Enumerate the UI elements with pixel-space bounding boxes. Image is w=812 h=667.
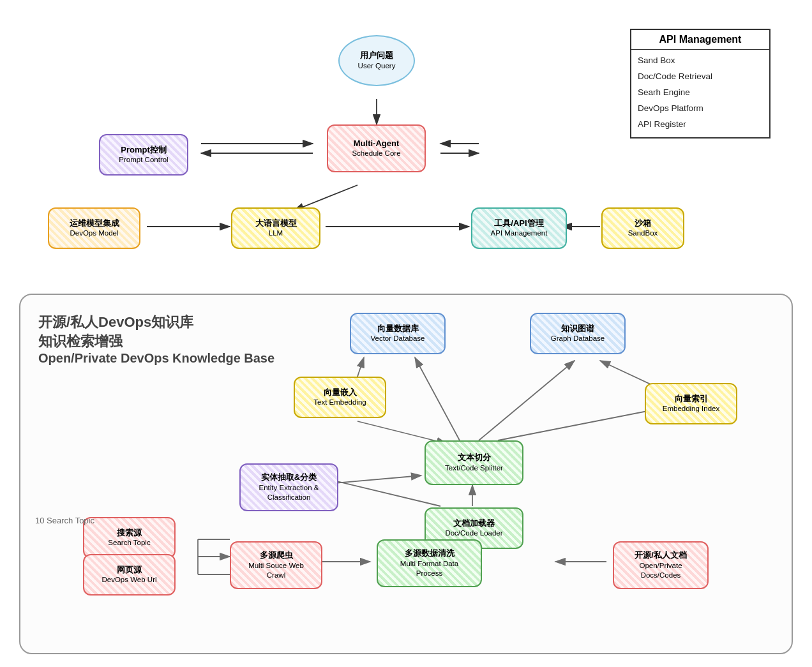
open-private-docs-en: Open/PrivateDocs/Codes: [639, 561, 682, 580]
llm-en: LLM: [269, 229, 283, 238]
kb-cn2: 知识检索增强: [38, 332, 274, 351]
api-mgmt-node-cn: 工具/API管理: [494, 218, 543, 229]
graph-db-node: 知识图谱 Graph Database: [530, 313, 626, 354]
vector-db-node: 向量数据库 Vector Database: [350, 313, 446, 354]
llm-node: 大语言模型 LLM: [231, 207, 320, 249]
multi-agent-node: Multi-Agent Schedule Core: [327, 124, 426, 172]
multi-agent-cn: Multi-Agent: [354, 139, 399, 149]
devops-model-node: 运维模型集成 DevOps Model: [48, 207, 140, 249]
sandbox-node: 沙箱 SandBox: [601, 207, 684, 249]
text-embedding-node: 向量嵌入 Text Embedding: [294, 377, 386, 418]
web-url-node: 网页源 DevOps Web Url: [83, 554, 176, 596]
web-crawl-node: 多源爬虫 Multi Souce WebCrawl: [230, 541, 322, 589]
devops-model-cn: 运维模型集成: [70, 218, 119, 229]
llm-cn: 大语言模型: [255, 218, 297, 229]
api-management-items: Sand Box Doc/Code Retrieval Searh Engine…: [631, 50, 769, 137]
kb-en: Open/Private DevOps Knowledge Base: [38, 351, 274, 366]
graph-db-cn: 知识图谱: [561, 324, 594, 334]
api-mgmt-node-en: API Management: [491, 229, 548, 238]
diagram-container: API Management Sand Box Doc/Code Retriev…: [0, 0, 812, 667]
api-item-sandbox: Sand Box: [638, 52, 763, 68]
prompt-control-en: Prompt Control: [119, 155, 168, 165]
text-splitter-en: Text/Code Splitter: [445, 463, 503, 473]
entity-extract-cn: 实体抽取&分类: [261, 472, 317, 483]
web-url-cn: 网页源: [117, 565, 142, 576]
entity-extract-en: Entity Extraction &Classification: [259, 483, 319, 502]
sandbox-en: SandBox: [628, 229, 658, 238]
open-private-docs-cn: 开源/私人文档: [635, 550, 687, 561]
open-private-docs-node: 开源/私人文档 Open/PrivateDocs/Codes: [613, 541, 709, 589]
api-item-search-engine: Searh Engine: [638, 84, 763, 100]
vector-db-cn: 向量数据库: [377, 324, 419, 334]
sandbox-cn: 沙箱: [635, 218, 651, 229]
graph-db-en: Graph Database: [551, 334, 605, 343]
text-splitter-cn: 文本切分: [458, 453, 491, 463]
text-splitter-node: 文本切分 Text/Code Splitter: [425, 440, 523, 485]
prompt-control-cn: Prompt控制: [121, 145, 167, 156]
devops-model-en: DevOps Model: [70, 229, 118, 238]
embedding-index-en: Embedding Index: [663, 404, 720, 414]
search-topic-count-label: 10 Search Topic: [35, 516, 94, 525]
kb-cn1: 开源/私人DevOps知识库: [38, 313, 274, 332]
api-item-devops: DevOps Platform: [638, 100, 763, 116]
web-url-en: DevOps Web Url: [102, 575, 156, 585]
text-embedding-en: Text Embedding: [313, 398, 366, 407]
api-item-doc-code: Doc/Code Retrieval: [638, 68, 763, 84]
text-embedding-cn: 向量嵌入: [324, 387, 357, 398]
user-query-node: 用户问题 User Query: [338, 35, 415, 86]
web-crawl-en: Multi Souce WebCrawl: [248, 561, 304, 580]
api-management-box: API Management Sand Box Doc/Code Retriev…: [630, 29, 771, 139]
doc-loader-en: Doc/Code Loader: [445, 528, 502, 538]
user-query-en: User Query: [358, 61, 396, 71]
embedding-index-node: 向量索引 Embedding Index: [645, 383, 737, 424]
data-process-cn: 多源数据清洗: [405, 548, 455, 559]
doc-loader-cn: 文档加载器: [453, 518, 495, 529]
search-topic-cn: 搜索源: [117, 528, 142, 539]
api-mgmt-node: 工具/API管理 API Management: [471, 207, 567, 249]
search-topic-en: Search Topic: [108, 538, 150, 548]
api-item-register: API Register: [638, 116, 763, 132]
knowledge-base-label: 开源/私人DevOps知识库 知识检索增强 Open/Private DevOp…: [38, 313, 274, 366]
embedding-index-cn: 向量索引: [675, 394, 708, 405]
data-process-node: 多源数据清洗 Multi Format DataProcess: [377, 539, 482, 587]
entity-extract-node: 实体抽取&分类 Entity Extraction &Classificatio…: [239, 463, 338, 511]
prompt-control-node: Prompt控制 Prompt Control: [99, 134, 188, 176]
api-management-title: API Management: [631, 30, 769, 50]
web-crawl-cn: 多源爬虫: [260, 550, 293, 561]
svg-line-5: [294, 185, 357, 211]
user-query-cn: 用户问题: [360, 50, 393, 61]
data-process-en: Multi Format DataProcess: [400, 559, 458, 578]
vector-db-en: Vector Database: [370, 334, 425, 343]
search-topic-node: 搜索源 Search Topic: [83, 517, 176, 558]
multi-agent-en: Schedule Core: [352, 149, 400, 158]
